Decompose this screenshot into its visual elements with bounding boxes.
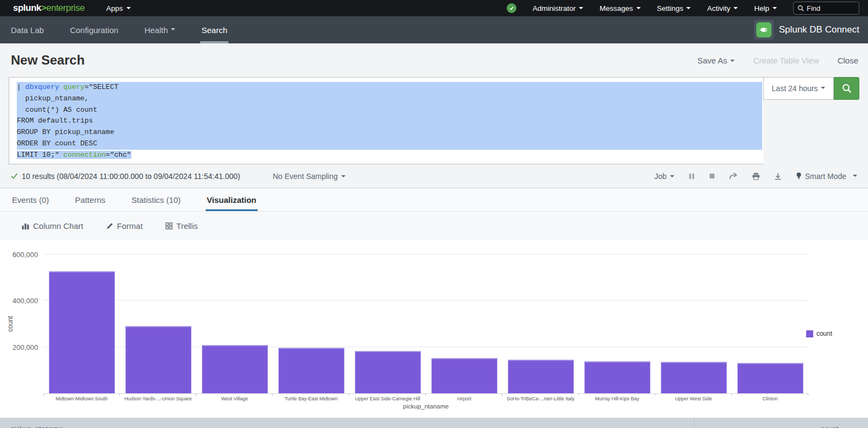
chart-type-picker[interactable]: Column Chart xyxy=(22,221,84,231)
check-icon xyxy=(509,5,514,11)
chart-bar[interactable] xyxy=(584,361,650,393)
chart-bar[interactable] xyxy=(661,362,726,393)
pause-button[interactable] xyxy=(688,173,695,180)
query-line: pickup_ntaname, xyxy=(17,93,762,105)
run-search-button[interactable] xyxy=(834,77,859,100)
app-title: Splunk DB Connect xyxy=(779,24,859,35)
pause-icon xyxy=(688,173,695,180)
spacer xyxy=(0,411,868,418)
plug-icon xyxy=(759,25,769,35)
share-icon xyxy=(729,173,738,180)
event-sampling-menu[interactable]: No Event Sampling xyxy=(273,172,346,181)
messages-menu[interactable]: Messages xyxy=(599,4,641,12)
chart-bar[interactable] xyxy=(278,348,344,393)
stop-button[interactable] xyxy=(709,173,715,179)
save-as-button[interactable]: Save As xyxy=(697,56,735,65)
nav-item-health[interactable]: Health xyxy=(137,16,183,43)
chart-bar[interactable] xyxy=(737,363,803,393)
tab-patterns[interactable]: Patterns xyxy=(74,188,106,211)
apps-menu[interactable]: Apps xyxy=(106,4,131,12)
job-menu[interactable]: Job xyxy=(654,172,674,181)
chart-bar[interactable] xyxy=(355,351,420,393)
caret-down-icon xyxy=(636,7,641,9)
administrator-menu[interactable]: Administrator xyxy=(533,4,584,12)
legend-label: count xyxy=(816,330,832,337)
chart-slot: Upper East Side-Carnegie Hill xyxy=(349,247,426,393)
x-category-label: Midtown-Midtown South xyxy=(39,396,124,401)
chart-slot: Midtown-Midtown South xyxy=(43,247,120,393)
caret-down-icon xyxy=(579,7,583,9)
y-axis-title: count xyxy=(7,316,14,331)
settings-menu[interactable]: Settings xyxy=(657,4,691,12)
stop-icon xyxy=(709,173,715,179)
logo-enterprise: enterprise xyxy=(46,3,85,13)
health-status-icon[interactable] xyxy=(507,3,516,13)
export-button[interactable] xyxy=(774,173,782,180)
x-category-label: Upper West Side xyxy=(651,396,736,401)
tab-events[interactable]: Events (0) xyxy=(11,188,50,211)
chart-plot-area: 200,000400,000600,000Midtown-Midtown Sou… xyxy=(43,247,808,394)
close-button[interactable]: Close xyxy=(838,56,858,65)
time-range-picker[interactable]: Last 24 hours xyxy=(763,77,834,100)
splunk-logo: splunk>enterprise xyxy=(13,3,85,14)
job-status-bar: 10 results (08/04/2024 11:00:00.000 to 0… xyxy=(0,164,868,188)
chart-bar[interactable] xyxy=(508,360,573,393)
query-line: count(*) AS count xyxy=(17,105,762,116)
chart-bar[interactable] xyxy=(125,326,191,393)
activity-menu[interactable]: Activity xyxy=(707,4,738,12)
trellis-grid-icon xyxy=(165,222,173,229)
print-button[interactable] xyxy=(752,173,760,180)
table-column-pickup-ntaname[interactable]: pickup_ntaname xyxy=(0,418,694,428)
table-column-count[interactable]: count xyxy=(694,418,868,428)
column-chart: count 200,000400,000600,000Midtown-Midto… xyxy=(0,240,868,411)
page-title: New Search xyxy=(11,53,85,68)
x-category-label: Turtle Bay-East Midtown xyxy=(269,396,354,401)
nav-item-search[interactable]: Search xyxy=(194,16,235,43)
download-icon xyxy=(774,173,782,180)
query-line: | dbxquery query="SELECT xyxy=(17,82,762,93)
tab-statistics[interactable]: Statistics (10) xyxy=(130,188,182,211)
db-connect-app-icon[interactable] xyxy=(754,20,774,40)
visualization-controls: Column Chart Format Trellis xyxy=(0,212,868,240)
results-summary: 10 results (08/04/2024 11:00:00.000 to 0… xyxy=(22,172,240,181)
create-table-view-button[interactable]: Create Table View xyxy=(753,56,819,65)
caret-down-icon xyxy=(171,28,175,30)
column-chart-icon xyxy=(22,222,29,229)
chart-slot: Hudson Yards-...-Union Square xyxy=(120,247,196,393)
lightbulb-icon xyxy=(796,172,802,180)
pencil-icon xyxy=(106,222,113,229)
trellis-button[interactable]: Trellis xyxy=(165,221,197,231)
query-line: LIMIT 10;" connection="chc" xyxy=(17,150,762,161)
find-input[interactable] xyxy=(807,4,853,12)
search-bar: | dbxquery query="SELECT pickup_ntaname,… xyxy=(9,77,859,164)
chart-bar[interactable] xyxy=(431,358,497,393)
caret-down-icon xyxy=(733,7,738,9)
share-button[interactable] xyxy=(729,173,738,180)
legend-swatch xyxy=(806,330,813,337)
x-category-label: Murray Hill-Kips Bay xyxy=(575,396,660,401)
success-check-icon xyxy=(11,173,18,180)
chart-slot: Murray Hill-Kips Bay xyxy=(579,247,655,393)
results-tabs: Events (0) Patterns Statistics (10) Visu… xyxy=(0,188,868,212)
find-search-box[interactable] xyxy=(793,2,859,15)
nav-item-configuration[interactable]: Configuration xyxy=(62,16,126,43)
chart-bar[interactable] xyxy=(202,345,267,393)
chart-bar[interactable] xyxy=(49,271,114,393)
legend-item-count[interactable]: count xyxy=(806,330,832,337)
caret-down-icon xyxy=(670,175,674,177)
chart-slot: Airport xyxy=(426,247,502,393)
chart-slot: SoHo-TriBeCa-...nter-Little Italy xyxy=(502,247,579,393)
format-button[interactable]: Format xyxy=(106,221,143,231)
search-icon xyxy=(841,83,852,94)
caret-down-icon xyxy=(821,87,825,89)
caret-down-icon xyxy=(126,7,131,9)
search-query-editor[interactable]: | dbxquery query="SELECT pickup_ntaname,… xyxy=(9,77,763,164)
nav-item-data-lab[interactable]: Data Lab xyxy=(3,16,52,43)
caret-down-icon xyxy=(853,175,857,177)
query-line: FROM default.trips xyxy=(17,116,762,127)
search-mode-menu[interactable]: Smart Mode xyxy=(796,172,857,181)
help-menu[interactable]: Help xyxy=(754,4,777,12)
tab-visualization[interactable]: Visualization xyxy=(206,188,257,211)
statistics-table-header: pickup_ntaname count xyxy=(0,418,868,428)
x-category-label: Airport xyxy=(422,396,507,401)
